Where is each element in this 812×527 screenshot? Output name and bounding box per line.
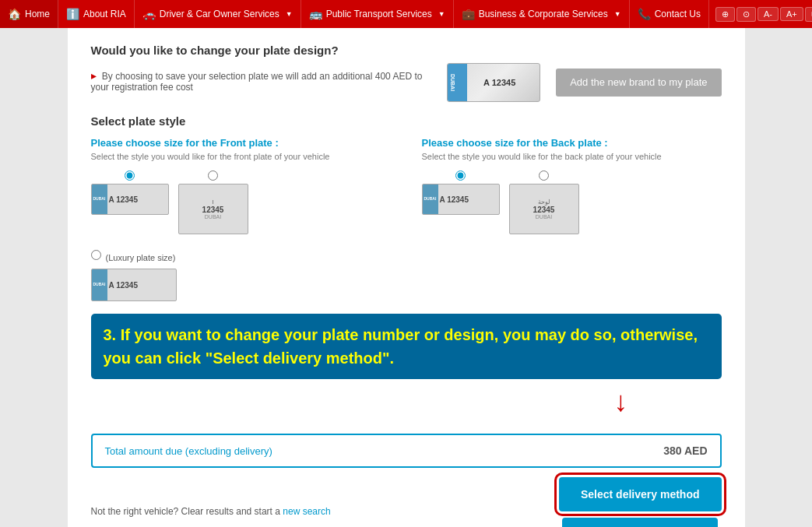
front-plate-small-img: DUBAI A 12345	[91, 184, 169, 215]
front-plate-subtitle: Select the style you would like for the …	[91, 152, 391, 161]
back-plate-option-1: DUBAI A 12345	[422, 170, 500, 215]
chevron-down-icon-3: ▼	[614, 10, 621, 18]
bus-icon: 🚌	[309, 8, 322, 20]
cancel-button[interactable]: Cancel	[562, 518, 718, 527]
back-plate-large-img: لوحة 12345 DUBAI	[509, 184, 579, 234]
nav-home[interactable]: 🏠 Home	[0, 0, 58, 28]
front-luxury-label: (Luxury plate size)	[106, 253, 176, 262]
chevron-down-icon-2: ▼	[438, 10, 445, 18]
accessibility-btn-2[interactable]: ⊙	[736, 7, 756, 22]
plate-style-section: Select plate style Please choose size fo…	[91, 114, 722, 301]
total-amount-display: Total amount due (excluding delivery) 38…	[91, 434, 722, 468]
front-plate-title: Please choose size for the Front plate :	[91, 137, 391, 149]
not-right-text: Not the right vehicle? Clear results and…	[91, 506, 331, 517]
plate-preview-image: DUBAI A 12345	[447, 63, 540, 102]
nav-contact-label: Contact Us	[655, 9, 701, 19]
bottom-row: Not the right vehicle? Clear results and…	[91, 477, 722, 527]
change-plate-section: Would you like to change your plate desi…	[91, 44, 722, 102]
bullet-icon: ▸	[91, 69, 97, 82]
total-value: 380 AED	[663, 444, 707, 457]
nav-contact[interactable]: 📞 Contact Us	[630, 0, 709, 28]
plate-preview-area: ▸ By choosing to save your selection pla…	[91, 63, 722, 102]
front-plate-large-bottom: DUBAI	[205, 214, 221, 220]
back-plate-subtitle: Select the style you would like for the …	[422, 152, 722, 161]
back-plate-title: Please choose size for the Back plate :	[422, 137, 722, 149]
chevron-down-icon: ▼	[286, 10, 293, 18]
total-section: Total amount due (excluding delivery) 38…	[91, 434, 722, 527]
front-plate-large-img: I 12345 DUBAI	[178, 184, 248, 234]
info-icon: ℹ️	[66, 8, 79, 20]
dubai-label: DUBAI	[450, 74, 455, 91]
front-plate-large-top: I	[212, 199, 213, 206]
plate-columns: Please choose size for the Front plate :…	[91, 137, 722, 301]
front-plate-options: DUBAI A 12345 I 12345 DUBAI	[91, 170, 391, 234]
back-plate-options: DUBAI A 12345 لوحة 12345 DUBAI	[422, 170, 722, 234]
front-plate-radio-1[interactable]	[125, 170, 135, 181]
nav-about-rta[interactable]: ℹ️ About RIA	[58, 0, 135, 28]
accessibility-btn-1[interactable]: ⊕	[715, 7, 735, 22]
button-area: Select delivery method Cancel	[559, 477, 722, 527]
front-plate-radio-2[interactable]	[208, 170, 218, 181]
email-btn[interactable]: ✉	[805, 7, 812, 22]
red-arrow-icon: ↓	[614, 385, 628, 418]
back-plate-large-top: لوحة	[538, 199, 550, 206]
back-plate-radio-2[interactable]	[539, 170, 549, 181]
front-plate-column: Please choose size for the Front plate :…	[91, 137, 391, 301]
briefcase-icon: 💼	[462, 8, 475, 20]
red-arrow-container: ↓	[91, 385, 722, 410]
plate-number-text: A 12345	[483, 78, 515, 87]
front-luxury-dubai: DUBAI	[93, 283, 106, 287]
nav-home-label: Home	[25, 9, 50, 19]
nav-transport-label: Public Transport Services	[326, 9, 432, 19]
front-plate-large-main: 12345	[202, 206, 224, 214]
front-plate-option-2: I 12345 DUBAI	[178, 170, 248, 234]
back-plate-large-main: 12345	[533, 206, 555, 214]
front-luxury-number: A 12345	[109, 281, 138, 290]
back-plate-dubai-text: DUBAI	[424, 197, 437, 202]
nav-accessibility: ⊕ ⊙ A- A+ ✉ عربي	[709, 0, 812, 28]
back-plate-small-img: DUBAI A 12345	[422, 184, 500, 215]
back-plate-radio-1[interactable]	[455, 170, 466, 181]
back-plate-large-bottom: DUBAI	[536, 214, 552, 220]
front-plate-option-1: DUBAI A 12345	[91, 170, 169, 215]
nav-driver-car[interactable]: 🚗 Driver & Car Owner Services ▼	[135, 0, 301, 28]
change-plate-note: ▸ By choosing to save your selection pla…	[91, 69, 432, 93]
front-luxury-area: (Luxury plate size) DUBAI A 12345	[91, 244, 391, 301]
front-plate-radio-luxury[interactable]	[91, 250, 101, 260]
navigation-bar: 🏠 Home ℹ️ About RIA 🚗 Driver & Car Owner…	[0, 0, 812, 28]
new-search-link[interactable]: new search	[283, 506, 330, 517]
add-brand-button[interactable]: Add the new brand to my plate	[556, 69, 721, 97]
front-plate-number: A 12345	[109, 195, 138, 204]
font-decrease-btn[interactable]: A-	[758, 7, 779, 21]
nav-business[interactable]: 💼 Business & Corporate Services ▼	[454, 0, 630, 28]
select-delivery-button[interactable]: Select delivery method	[559, 477, 722, 511]
main-content: Would you like to change your plate desi…	[68, 28, 745, 527]
back-plate-number: A 12345	[440, 195, 469, 204]
front-plate-dubai-text: DUBAI	[93, 197, 106, 202]
nav-public-transport[interactable]: 🚌 Public Transport Services ▼	[301, 0, 454, 28]
total-label: Total amount due (excluding delivery)	[105, 445, 272, 457]
annotation-block: 3. If you want to change your plate numb…	[91, 314, 722, 379]
nav-about-label: About RIA	[83, 9, 126, 19]
phone-icon: 📞	[638, 8, 651, 20]
nav-driver-label: Driver & Car Owner Services	[160, 9, 279, 19]
annotation-text: 3. If you want to change your plate numb…	[104, 323, 709, 370]
nav-business-label: Business & Corporate Services	[479, 9, 608, 19]
back-plate-option-2: لوحة 12345 DUBAI	[509, 170, 579, 234]
change-plate-title: Would you like to change your plate desi…	[91, 44, 722, 57]
front-luxury-plate-img: DUBAI A 12345	[91, 269, 177, 301]
font-increase-btn[interactable]: A+	[780, 7, 803, 21]
car-icon: 🚗	[142, 8, 156, 20]
back-plate-column: Please choose size for the Back plate : …	[422, 137, 722, 301]
home-icon: 🏠	[8, 8, 21, 20]
select-plate-style-title: Select plate style	[91, 114, 722, 128]
